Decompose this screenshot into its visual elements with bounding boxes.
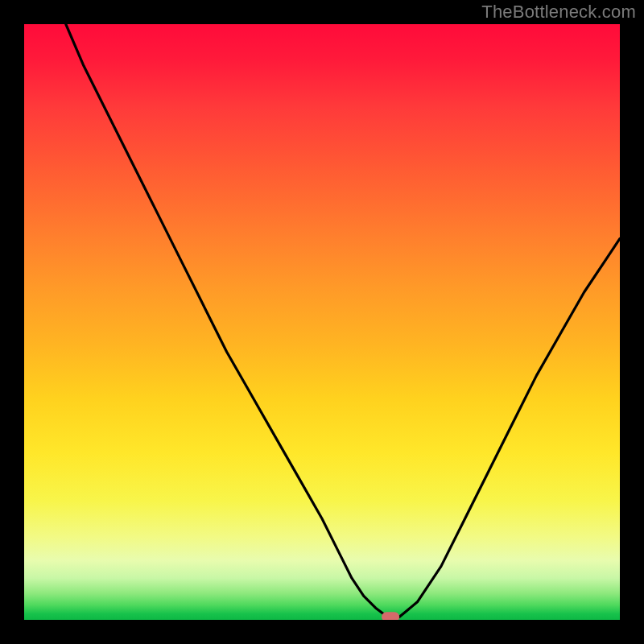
watermark-text: TheBottleneck.com bbox=[481, 2, 636, 23]
curve-svg bbox=[24, 24, 620, 620]
plot-area bbox=[24, 24, 620, 620]
chart-frame: TheBottleneck.com bbox=[0, 0, 644, 644]
optimal-point-marker bbox=[382, 612, 399, 620]
bottleneck-curve bbox=[66, 24, 620, 617]
